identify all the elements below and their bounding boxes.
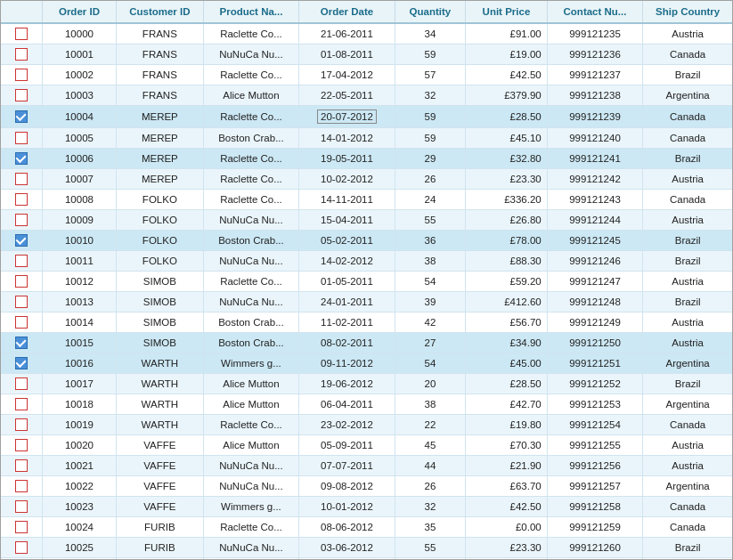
col-header-orderdate[interactable]: Order Date [299, 1, 395, 23]
selector-cell[interactable] [1, 333, 42, 353]
cell-orderid: 10021 [42, 456, 116, 476]
row-checkbox[interactable] [15, 255, 28, 267]
selector-cell[interactable] [1, 353, 42, 374]
row-checkbox[interactable] [15, 296, 28, 308]
table-row[interactable]: 10015SIMOBBoston Crab...08-02-201127£34.… [1, 333, 732, 353]
table-row[interactable]: 10018WARTHAlice Mutton06-04-201138£42.70… [1, 394, 732, 415]
selector-cell[interactable] [1, 231, 42, 251]
cell-orderid: 10024 [42, 517, 116, 538]
row-checkbox[interactable] [15, 28, 28, 40]
selector-cell[interactable] [1, 312, 42, 333]
table-row[interactable]: 10024FURIBRaclette Co...08-06-201235£0.0… [1, 517, 732, 538]
table-row[interactable]: 10025FURIBNuNuCa Nu...03-06-201255£23.30… [1, 538, 732, 558]
cell-orderdate: 24-01-2011 [299, 292, 395, 312]
row-checkbox[interactable] [15, 377, 28, 390]
table-row[interactable]: 10009FOLKONuNuCa Nu...15-04-201155£26.80… [1, 210, 732, 231]
col-header-quantity[interactable]: Quantity [395, 1, 465, 23]
row-checkbox[interactable] [15, 480, 28, 492]
row-checkbox[interactable] [15, 275, 28, 288]
row-checkbox[interactable] [15, 316, 28, 329]
row-checkbox[interactable] [15, 337, 28, 349]
col-header-selector[interactable] [1, 1, 42, 23]
table-row[interactable]: 10022VAFFENuNuCa Nu...09-08-201226£63.70… [1, 476, 732, 497]
row-checkbox[interactable] [15, 541, 28, 554]
selector-cell[interactable] [1, 497, 42, 517]
selector-cell[interactable] [1, 190, 42, 210]
table-row[interactable]: 10005MEREPBoston Crab...14-01-201259£45.… [1, 128, 732, 149]
selector-cell[interactable] [1, 23, 42, 45]
table-row[interactable]: 10016WARTHWimmers g...09-11-201254£45.00… [1, 353, 732, 374]
selector-cell[interactable] [1, 106, 42, 128]
row-checkbox[interactable] [15, 110, 28, 123]
row-checkbox[interactable] [15, 152, 28, 165]
col-header-shipcountry[interactable]: Ship Country [643, 1, 732, 23]
row-checkbox[interactable] [15, 89, 28, 101]
cell-orderdate: 14-02-2012 [299, 251, 395, 272]
row-checkbox[interactable] [15, 132, 28, 144]
selector-cell[interactable] [1, 456, 42, 476]
row-checkbox[interactable] [15, 500, 28, 513]
row-checkbox[interactable] [15, 439, 28, 451]
table-row[interactable]: 10006MEREPRaclette Co...19-05-201129£32.… [1, 149, 732, 169]
table-row[interactable]: 10020VAFFEAlice Mutton05-09-201145£70.30… [1, 435, 732, 456]
table-row[interactable]: 10002FRANSRaclette Co...17-04-201257£42.… [1, 65, 732, 85]
selector-cell[interactable] [1, 128, 42, 149]
col-header-contactnu[interactable]: Contact Nu... [547, 1, 643, 23]
selector-cell[interactable] [1, 517, 42, 538]
row-checkbox[interactable] [15, 234, 28, 247]
selector-cell[interactable] [1, 538, 42, 558]
cell-shipcountry: Argentina [643, 476, 732, 497]
selector-cell[interactable] [1, 558, 42, 560]
selector-cell[interactable] [1, 272, 42, 292]
cell-orderid: 10010 [42, 231, 116, 251]
grid-scroll-area[interactable]: Order ID Customer ID Product Na... Order… [1, 1, 732, 559]
col-header-unitprice[interactable]: Unit Price [466, 1, 548, 23]
table-row[interactable]: 10008FOLKORaclette Co...14-11-201124£336… [1, 190, 732, 210]
selector-cell[interactable] [1, 65, 42, 85]
table-row[interactable]: 10019WARTHRaclette Co...23-02-201222£19.… [1, 415, 732, 435]
cell-orderdate: 10-02-2012 [299, 169, 395, 190]
selector-cell[interactable] [1, 374, 42, 394]
table-row[interactable]: 10023VAFFEWimmers g...10-01-201232£42.50… [1, 497, 732, 517]
table-row[interactable]: 10012SIMOBRaclette Co...01-05-201154£59.… [1, 272, 732, 292]
table-row[interactable]: 10003FRANSAlice Mutton22-05-201132£379.9… [1, 85, 732, 106]
table-row[interactable]: 10014SIMOBBoston Crab...11-02-201142£56.… [1, 312, 732, 333]
row-checkbox[interactable] [15, 214, 28, 226]
row-checkbox[interactable] [15, 48, 28, 61]
selector-cell[interactable] [1, 251, 42, 272]
table-row[interactable]: 10026FURIBNuNuCa Nu...24-11-201145£412.6… [1, 558, 732, 560]
cell-quantity: 32 [395, 85, 465, 106]
selector-cell[interactable] [1, 169, 42, 190]
col-header-customerid[interactable]: Customer ID [116, 1, 203, 23]
row-checkbox[interactable] [15, 193, 28, 206]
col-header-orderid[interactable]: Order ID [42, 1, 116, 23]
col-header-product[interactable]: Product Na... [203, 1, 299, 23]
table-row[interactable]: 10011FOLKONuNuCa Nu...14-02-201238£88.30… [1, 251, 732, 272]
selector-cell[interactable] [1, 45, 42, 65]
selector-cell[interactable] [1, 149, 42, 169]
row-checkbox[interactable] [15, 173, 28, 185]
row-checkbox[interactable] [15, 418, 28, 431]
selector-cell[interactable] [1, 85, 42, 106]
table-row[interactable]: 10021VAFFENuNuCa Nu...07-07-201144£21.90… [1, 456, 732, 476]
selector-cell[interactable] [1, 476, 42, 497]
selector-cell[interactable] [1, 210, 42, 231]
row-checkbox[interactable] [15, 459, 28, 472]
table-row[interactable]: 10010FOLKOBoston Crab...05-02-201136£78.… [1, 231, 732, 251]
row-checkbox[interactable] [15, 398, 28, 410]
table-row[interactable]: 10000FRANSRaclette Co...21-06-201134£91.… [1, 23, 732, 45]
row-checkbox[interactable] [15, 521, 28, 533]
cell-contactnu: 999121235 [547, 23, 643, 45]
cell-shipcountry: Brazil [643, 374, 732, 394]
table-row[interactable]: 10007MEREPRaclette Co...10-02-201226£23.… [1, 169, 732, 190]
table-row[interactable]: 10017WARTHAlice Mutton19-06-201220£28.50… [1, 374, 732, 394]
selector-cell[interactable] [1, 394, 42, 415]
selector-cell[interactable] [1, 415, 42, 435]
row-checkbox[interactable] [15, 69, 28, 81]
table-row[interactable]: 10004MEREPRaclette Co...20-07-201259£28.… [1, 106, 732, 128]
selector-cell[interactable] [1, 435, 42, 456]
table-row[interactable]: 10001FRANSNuNuCa Nu...01-08-201159£19.00… [1, 45, 732, 65]
selector-cell[interactable] [1, 292, 42, 312]
table-row[interactable]: 10013SIMOBNuNuCa Nu...24-01-201139£412.6… [1, 292, 732, 312]
row-checkbox[interactable] [15, 357, 28, 369]
